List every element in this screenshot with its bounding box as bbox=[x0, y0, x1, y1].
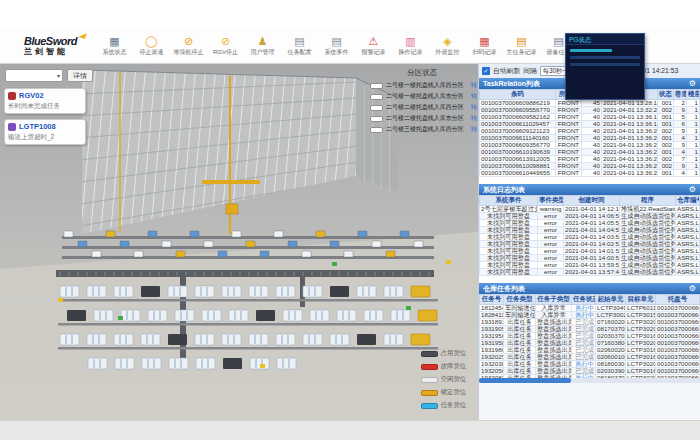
table-row[interactable]: 1931956出库任务整盘拣选出库已完成0203037022LCTP301600… bbox=[480, 333, 700, 340]
toolbar-item[interactable]: ◈外设监控 bbox=[429, 35, 466, 57]
zone-goto-link[interactable]: 转到 bbox=[471, 81, 478, 90]
table-cell: 1 bbox=[687, 114, 700, 121]
table-row[interactable]: 00100370006611140160FRONT402021-04-01 13… bbox=[480, 135, 700, 142]
toolbar-item[interactable]: ⚠报警记录 bbox=[355, 35, 392, 57]
table-row[interactable]: 未找到可用整盘error2021-04-01 14:04:56生成自动拣选货位列… bbox=[480, 227, 700, 234]
toolbar-item[interactable]: ⊘堆垛机停止 bbox=[170, 35, 207, 57]
table-row[interactable]: 1932025出库任务整盘拣选出库已完成0206001082LCTP301600… bbox=[480, 354, 700, 361]
table-row[interactable]: 1931980出库任务整盘拣选出库已完成0206002081LCTP301600… bbox=[480, 347, 700, 354]
column-header[interactable]: 巷道 bbox=[674, 90, 687, 100]
table-cell: 出库任务 bbox=[504, 340, 536, 347]
pg-status-mini-window[interactable]: PG状态 bbox=[565, 33, 645, 100]
column-header[interactable]: 起始单元 bbox=[596, 295, 626, 305]
table-row[interactable]: 00100370006609356770FRONT402021-04-01 13… bbox=[480, 142, 700, 149]
table-row[interactable]: 2号七层穿梭车超过支撑杆待命时长warning2021-04-01 14:12:… bbox=[480, 206, 700, 213]
table-row[interactable]: 未找到可用整盘error2021-04-01 14:06:57生成自动拣选货位列… bbox=[480, 213, 700, 220]
table-row[interactable]: 00100370006609556770FRONT402021-04-01 13… bbox=[480, 107, 700, 114]
gear-icon[interactable]: ⚙ bbox=[689, 79, 696, 89]
table-row[interactable]: 未找到可用整盘error2021-04-01 13:57:49生成自动拣选货位列… bbox=[480, 269, 700, 276]
column-header[interactable]: 托盘号 bbox=[656, 295, 700, 305]
table-cell: 整盘拣选出库 bbox=[536, 361, 572, 368]
table-row[interactable]: 1931891出库任务整盘拣选出库已完成0716002082LCTP302000… bbox=[480, 319, 700, 326]
table-row[interactable]: 未找到可用整盘error2021-04-01 13:59:51生成自动拣选货位列… bbox=[480, 262, 700, 269]
column-header[interactable]: 仓库编号 bbox=[676, 196, 700, 206]
zone-goto-link[interactable]: 转到 bbox=[471, 92, 478, 101]
device-select[interactable]: ▾ bbox=[5, 69, 63, 82]
zone-goto-link[interactable]: 转到 bbox=[471, 103, 478, 112]
horizontal-scrollbar[interactable] bbox=[479, 378, 700, 383]
toolbar-item-label: 用户管理 bbox=[245, 48, 279, 56]
warehouse-task-title: 仓库任务列表 bbox=[483, 284, 689, 294]
table-row[interactable]: 00100370006610449655FRONT402021-04-01 13… bbox=[480, 170, 700, 177]
column-header[interactable]: 任务子类型 bbox=[536, 295, 572, 305]
table-row[interactable]: 00100370006611029457FRONT402021-04-01 13… bbox=[480, 121, 700, 128]
table-row[interactable]: 未找到可用整盘error2021-04-01 14:01:54生成自动拣选货位列… bbox=[480, 248, 700, 255]
toolbar-item[interactable]: ⊘RGV停止 bbox=[207, 35, 244, 57]
toolbar-item[interactable]: ▤系统事件 bbox=[318, 35, 355, 57]
toolbar-item[interactable]: ◯停止派遣 bbox=[133, 35, 170, 57]
column-header[interactable]: 楼层 bbox=[687, 90, 700, 100]
toolbar-item[interactable]: ▥操作记录 bbox=[392, 35, 429, 57]
column-header[interactable]: 任务号 bbox=[480, 295, 504, 305]
table-row[interactable]: 未找到可用整盘error2021-04-01 14:05:56生成自动拣选货位列… bbox=[480, 220, 700, 227]
toolbar-item[interactable]: ▤主任务记录 bbox=[503, 35, 540, 57]
table-row[interactable]: 00100370006610098881FRONT402021-04-01 13… bbox=[480, 163, 700, 170]
table-cell: 5 bbox=[674, 114, 687, 121]
zone-goto-link[interactable]: 转到 bbox=[471, 114, 478, 123]
table-cell: 生成自动拣选货位列表 bbox=[620, 255, 676, 262]
table-row[interactable]: 00100370006609121123FRONT402021-04-01 13… bbox=[480, 128, 700, 135]
system-status-icon: ▦ bbox=[96, 35, 133, 48]
zone-checkbox[interactable] bbox=[370, 105, 383, 111]
zone-checkbox[interactable] bbox=[370, 94, 383, 100]
table-row[interactable]: 1828411车间输送任务入库异常执行中LCTP3002LCTP30150010… bbox=[480, 312, 700, 319]
column-header[interactable]: 程序 bbox=[620, 196, 676, 206]
table-cell: 未找到可用整盘 bbox=[480, 220, 538, 227]
alarm-card[interactable]: LGTP1008输送上货超时_2 bbox=[4, 119, 86, 145]
table-row[interactable]: 00100370006609886219FRONT452021-04-01 13… bbox=[480, 100, 700, 107]
column-header[interactable]: 目标单元 bbox=[626, 295, 656, 305]
table-cell: 002 bbox=[658, 156, 674, 163]
zone-goto-link[interactable]: 转到 bbox=[471, 125, 478, 134]
column-header[interactable]: 任务状态 bbox=[572, 295, 596, 305]
column-header[interactable]: 创建时间 bbox=[564, 196, 620, 206]
table-cell: 0818003032 bbox=[596, 361, 626, 368]
table-row[interactable]: 1931905出库任务整盘拣选出库已完成0817037081LCTP302000… bbox=[480, 326, 700, 333]
column-header[interactable]: 任务类型 bbox=[504, 295, 536, 305]
table-row[interactable]: 1932038出库任务整盘拣选出库执行中0818003032LCTP302000… bbox=[480, 361, 700, 368]
column-header[interactable]: 事件类型 bbox=[538, 196, 564, 206]
column-header[interactable]: 状态 bbox=[658, 90, 674, 100]
legend-swatch bbox=[421, 390, 438, 396]
zone-checkbox[interactable] bbox=[370, 83, 383, 89]
table-row[interactable]: 1932056出库任务整盘拣选出库已完成0203039011LCTP301600… bbox=[480, 368, 700, 375]
gear-icon[interactable]: ⚙ bbox=[689, 284, 696, 294]
table-row[interactable]: 未找到可用整盘error2021-04-01 14:00:52生成自动拣选货位列… bbox=[480, 255, 700, 262]
zone-checkbox[interactable] bbox=[370, 127, 383, 133]
toolbar-item[interactable]: ♟用户管理 bbox=[244, 35, 281, 57]
table-row[interactable]: 00100370006609582162FRONT402021-04-01 13… bbox=[480, 114, 700, 121]
scrollbar-thumb[interactable] bbox=[479, 378, 571, 383]
zone-checkbox[interactable] bbox=[370, 116, 383, 122]
table-cell: LCTP3020 bbox=[626, 340, 656, 347]
table-cell: 2021-04-01 13:36:22 bbox=[602, 156, 658, 163]
column-header[interactable]: 条码 bbox=[480, 90, 556, 100]
table-cell: 4 bbox=[674, 149, 687, 156]
table-row[interactable]: 1812454车间输送任务入库异常执行中LCTP3049LCTP60110010… bbox=[480, 305, 700, 312]
column-header[interactable]: 系统事件 bbox=[480, 196, 538, 206]
table-cell: 40 bbox=[582, 128, 602, 135]
warehouse-3d-view[interactable]: ▾ 详情 RGV02长时间未完成任务LGTP1008输送上货超时_2 分区状态 … bbox=[0, 64, 478, 420]
gear-icon[interactable]: ⚙ bbox=[689, 185, 696, 195]
detail-button[interactable]: 详情 bbox=[67, 69, 93, 82]
table-row[interactable]: 1931958出库任务整盘拣选出库已完成0716038042LCTP302000… bbox=[480, 340, 700, 347]
toolbar-item[interactable]: ▦扫码记录 bbox=[466, 35, 503, 57]
table-row[interactable]: 未找到可用整盘error2021-04-01 14:03:56生成自动拣选货位列… bbox=[480, 234, 700, 241]
table-row[interactable]: 00100370006613912005FRONT402021-04-01 13… bbox=[480, 156, 700, 163]
toolbar-item-label: 主任务记录 bbox=[504, 48, 538, 56]
table-row[interactable]: 00100370006610190639FRONT402021-04-01 13… bbox=[480, 149, 700, 156]
table-cell: ASRS,LC2 bbox=[676, 227, 700, 234]
alarm-card[interactable]: RGV02长时间未完成任务 bbox=[4, 88, 86, 114]
auto-refresh-checkbox[interactable]: ✓ bbox=[482, 67, 490, 75]
toolbar-item[interactable]: ▤任务配发 bbox=[281, 35, 318, 57]
table-row[interactable]: 未找到可用整盘error2021-04-01 14:02:55生成自动拣选货位列… bbox=[480, 241, 700, 248]
toolbar-item[interactable]: ▦系统状态 bbox=[96, 35, 133, 57]
table-cell: 00100370006609356770 bbox=[480, 142, 556, 149]
